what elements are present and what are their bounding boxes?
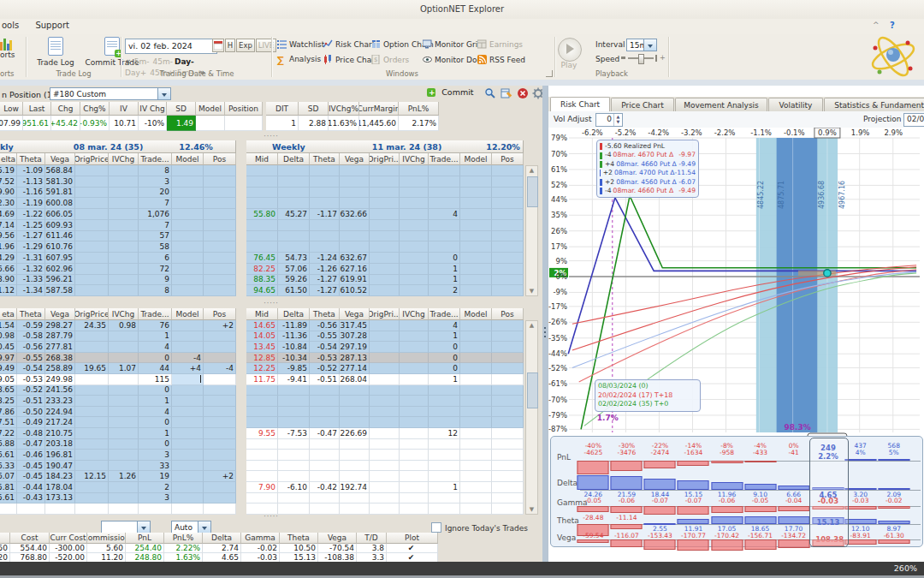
dialog-launcher-icon[interactable] (546, 70, 553, 77)
column-header[interactable]: Vega (45, 153, 75, 165)
table-row[interactable] (246, 450, 524, 461)
column-header[interactable]: Pos (204, 153, 236, 165)
play-button[interactable] (558, 38, 582, 62)
expiry1-left-header[interactable]: kly 08 mar. 24 (35) 12.46% (0, 140, 236, 153)
column-header[interactable]: Theta (17, 153, 45, 165)
slider-handle[interactable] (638, 54, 644, 64)
column-header[interactable]: T/D (357, 533, 387, 544)
nav-45m-minus[interactable]: 45m- (152, 57, 172, 66)
column-header[interactable]: IV Chg (139, 102, 167, 116)
help-icon[interactable]: ? (890, 21, 895, 30)
splitter-dots[interactable]: ····· (0, 515, 542, 520)
column-header[interactable]: DIT (266, 102, 299, 116)
table-row[interactable]: 9.55-7.53-0.47226.6912 (246, 428, 524, 439)
table-row[interactable]: 0.98-0.58287.791 (0, 331, 236, 343)
table-row[interactable]: 0.45-0.56277.814 (0, 342, 236, 353)
scrollbar-thumb[interactable] (527, 372, 538, 408)
calendar-icon[interactable] (212, 39, 224, 52)
column-header[interactable]: eta (0, 308, 17, 320)
tab-statistics-fundamentals[interactable]: Statistics & Fundamentals (824, 98, 924, 111)
table-row[interactable]: 12.88-11.63%11,445.602.17% (266, 116, 439, 131)
price-chart-toggle[interactable]: Price Chart (323, 55, 378, 69)
exp-button[interactable]: Exp (236, 39, 255, 52)
table-row[interactable] (246, 198, 524, 209)
table-row[interactable] (246, 493, 524, 504)
table-row[interactable]: 8.25-0.51233.231 (0, 396, 236, 407)
column-header[interactable]: CurrMargin (359, 102, 399, 116)
column-header[interactable]: Delta (203, 533, 241, 544)
column-header[interactable]: IVChg (109, 153, 139, 165)
column-header[interactable]: IV (110, 102, 139, 116)
table-row[interactable]: 14.65-11.89-0.56317.454 (246, 320, 524, 331)
table-row[interactable]: 94.6561.50-1.27610.522 (246, 285, 524, 296)
table-row[interactable]: 1.12-1.34587.588 (0, 285, 236, 296)
table-row[interactable] (246, 188, 524, 199)
table-row[interactable]: 7.86-0.50224.944 (0, 407, 236, 418)
column-header[interactable]: SD (299, 102, 329, 116)
column-header[interactable]: Gamma (241, 533, 280, 544)
title-bar[interactable]: OptionNET Explorer (0, 0, 924, 19)
column-header[interactable]: Delta (278, 153, 310, 165)
commit-button[interactable]: + Commit (426, 87, 474, 100)
trading-date-input[interactable]: vi. 02 feb. 2024 (125, 39, 217, 54)
column-header[interactable]: Trade... (429, 153, 460, 165)
filter-select-1[interactable] (101, 521, 151, 533)
close-position-icon[interactable] (517, 87, 529, 101)
nav-5m-minus[interactable]: 5m- (134, 57, 150, 66)
column-header[interactable]: Curr Cost (50, 533, 87, 544)
table-row[interactable]: 4.69-1.22606.051,076 (0, 209, 236, 220)
table-row[interactable]: 9.05-0.53249.98115 (0, 374, 236, 385)
column-header[interactable]: IVChg% (329, 102, 359, 116)
table-row[interactable]: 9.97-0.55268.380-4 (0, 353, 236, 364)
earnings-toggle[interactable]: Earnings (477, 39, 523, 53)
chart-legend[interactable]: -5.60 Realized PnL-408mar. 4670 Put Δ-9.… (596, 140, 699, 198)
table-row[interactable]: 12.85-10.34-0.53287.130 (246, 353, 524, 364)
table-row[interactable]: 7.51-0.49217.240 (0, 417, 236, 428)
nav-day-minus[interactable]: Day- (175, 57, 194, 66)
column-header[interactable]: Chg% (80, 102, 110, 116)
table-row[interactable]: 5.61-0.43173.133 (0, 493, 236, 504)
column-header[interactable]: Vega (318, 533, 357, 544)
table-row[interactable] (246, 461, 524, 472)
column-header[interactable]: Trade... (139, 308, 172, 320)
table-row[interactable]: 6.33-0.45190.4733 (0, 461, 236, 472)
edit-grid-icon[interactable] (500, 87, 512, 101)
table-row[interactable]: 8.65-0.52241.560 (0, 385, 236, 396)
column-header[interactable]: Theta (280, 533, 318, 544)
tab-price-chart[interactable]: Price Chart (611, 98, 674, 111)
column-header[interactable]: OrigPrice (75, 308, 109, 320)
column-header[interactable]: Low (0, 102, 23, 116)
hour-button[interactable]: H (225, 39, 235, 52)
table-row[interactable]: 82.2557.06-1.26627.161 (246, 264, 524, 275)
column-header[interactable]: Model (460, 308, 492, 320)
table-row[interactable] (246, 504, 524, 515)
table-row[interactable] (246, 385, 524, 396)
table-row[interactable]: 11.75-9.41-0.51268.041 (246, 374, 524, 385)
column-header[interactable]: Position (225, 102, 263, 116)
table-row[interactable]: 5.81-0.44178.042 (0, 482, 236, 493)
column-header[interactable]: Chg (51, 102, 80, 116)
column-header[interactable]: elta (0, 153, 17, 165)
scrollbar[interactable]: ▲▼ (525, 165, 538, 296)
column-header[interactable]: Trade... (139, 153, 172, 165)
column-header[interactable]: Mid (246, 308, 278, 320)
table-row[interactable]: 7.22-0.48210.751 (0, 428, 236, 439)
orders-toggle[interactable]: $Orders (371, 55, 409, 69)
table-row[interactable] (246, 241, 524, 253)
table-row[interactable]: 12.25-9.85-0.52277.140 (246, 363, 524, 374)
column-header[interactable]: Vega (340, 153, 370, 165)
table-row[interactable]: 5.19-1.09568.848 (0, 165, 236, 176)
column-header[interactable]: Plot (387, 533, 438, 544)
vol-adjust-spinner[interactable]: 0▲▼ (595, 113, 623, 127)
column-header[interactable]: Pos (492, 153, 524, 165)
menu-support[interactable]: Support (28, 19, 76, 32)
ignore-trades-checkbox[interactable]: Ignore Today's Trades (431, 522, 528, 533)
table-row[interactable]: 7.52-1.13581.303 (0, 176, 236, 188)
risk-chart-toggle[interactable]: Risk Chart (323, 39, 375, 53)
column-header[interactable]: Model (172, 153, 204, 165)
table-row[interactable]: 9.56-1.27611.4657 (0, 231, 236, 242)
splitter-dots[interactable]: ····· (0, 134, 542, 140)
table-row[interactable]: 1.54-0.59298.2724.350.9876+2 (0, 320, 236, 331)
zoom-level[interactable]: 260% (894, 563, 917, 573)
projection-date-input[interactable]: 02/02 (903, 113, 924, 127)
